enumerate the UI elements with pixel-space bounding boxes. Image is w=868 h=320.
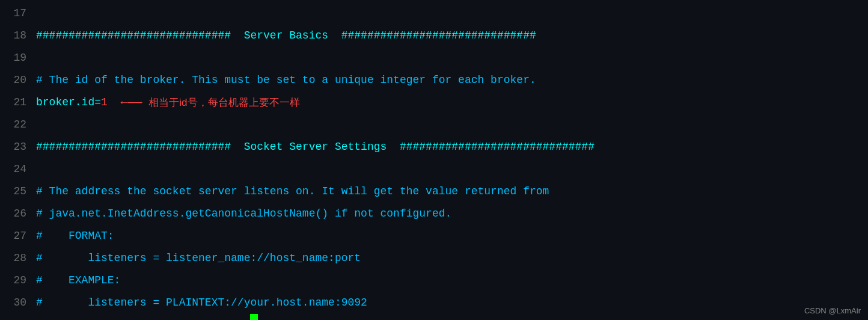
broker-id-key: broker.id= [36,91,101,114]
comment-text-28: # listeners = listener_name://host_name:… [36,247,361,269]
ip-highlight: 5 [250,314,258,320]
watermark: CSDN @LxmAir [804,306,861,315]
line-number: 21 [5,91,26,114]
comment-text-27: # FORMAT: [36,225,114,247]
line-number: 27 [5,225,26,247]
code-editor: 17 18 ############################## Ser… [0,0,868,320]
code-line-18: 18 ############################## Server… [0,25,868,47]
code-line-27: 27 # FORMAT: [0,225,868,247]
line-number: 22 [5,114,26,136]
comment-text-25: # The address the socket server listens … [36,180,549,203]
plaintext-url-prefix: PLAINTEXT://192.168.80. [101,314,250,320]
annotation-text: 相当于id号，每台机器上要不一样 [148,91,299,114]
code-line-29: 29 # EXAMPLE: [0,269,868,292]
code-line-20: 20 # The id of the broker. This must be … [0,69,868,91]
line-number: 24 [5,158,26,180]
arrow-icon-listeners: ←—— [304,314,325,320]
line-number: 25 [5,180,26,203]
line-number: 29 [5,269,26,292]
listeners-key: listeners= [36,314,101,320]
line-number: 31 [5,314,26,320]
line-number: 23 [5,136,26,158]
code-line-25: 25 # The address the socket server liste… [0,180,868,203]
code-line-24: 24 [0,158,868,180]
code-line-26: 26 # java.net.InetAddress.getCanonicalHo… [0,203,868,225]
code-line-19: 19 [0,47,868,69]
code-line-21: 21 broker.id=1 ←—— 相当于id号，每台机器上要不一样 [0,91,868,114]
code-line-17: 17 [0,2,868,25]
code-line-23: 23 ############################## Socket… [0,136,868,158]
comment-text-29: # EXAMPLE: [36,269,120,292]
section-header: ############################## Server Ba… [36,25,536,47]
line-number: 28 [5,247,26,269]
code-line-31: 31 listeners=PLAINTEXT://192.168.80.5:90… [0,314,868,320]
line-number: 20 [5,69,26,91]
comment-text-30: # listeners = PLAINTEXT://your.host.name… [36,292,367,314]
code-line-30: 30 # listeners = PLAINTEXT://your.host.n… [0,292,868,314]
comment-text: # The id of the broker. This must be set… [36,69,536,91]
comment-text-26: # java.net.InetAddress.getCanonicalHostN… [36,203,451,225]
line-number: 26 [5,203,26,225]
arrow-icon: ←—— [120,91,142,114]
line-number: 17 [5,2,26,25]
plaintext-url-suffix: :9092 [258,314,290,320]
line-number: 18 [5,25,26,47]
line-number: 19 [5,47,26,69]
line-number: 30 [5,292,26,314]
code-line-22: 22 [0,114,868,136]
section-header-socket: ############################## Socket Se… [36,136,594,158]
code-line-28: 28 # listeners = listener_name://host_na… [0,247,868,269]
annotation-text-listeners: 监听地址要写自己本地的ip [332,314,452,320]
broker-id-value: 1 [101,91,108,114]
